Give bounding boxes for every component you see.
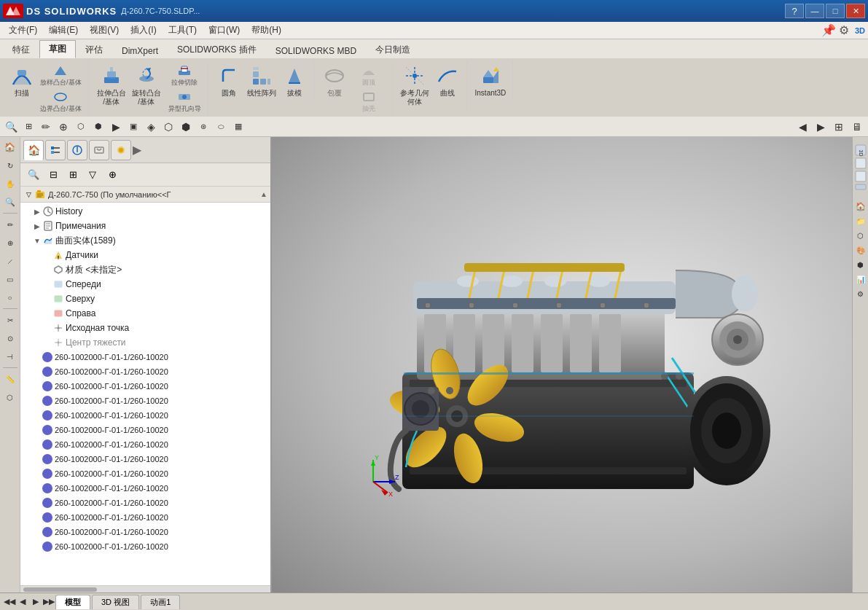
root-expander[interactable]: ▽ [23, 189, 34, 200]
panel-icon-expand[interactable]: ⊞ [64, 166, 82, 184]
surface-expander[interactable]: ▼ [32, 235, 42, 246]
lt-trim[interactable]: ✂ [1, 311, 19, 329]
ribbon-pin-icon[interactable]: 📌 [821, 23, 836, 37]
view-tool-lights[interactable]: ⊛ [195, 119, 211, 135]
menu-file[interactable]: 文件(F) [3, 23, 43, 38]
tree-item-top[interactable]: Сверху [20, 292, 270, 306]
view-tool-scene[interactable]: ⬢ [178, 119, 194, 135]
component-item-13[interactable]: 260-1002000-Г-01-1/260-10020 [20, 539, 270, 554]
tab-model[interactable]: 模型 [55, 595, 90, 609]
viewport[interactable]: Y Z X 3D 🏠 [272, 137, 868, 593]
rs-icon1[interactable]: 🏠 [854, 200, 867, 213]
component-item-12[interactable]: 260-1002000-Г-01-1/260-10020 [20, 525, 270, 539]
tree-item-front[interactable]: Спереди [20, 277, 270, 292]
lt-sketch[interactable]: ✏ [1, 216, 19, 233]
ribbon-btn-reference-geo[interactable]: 参考几何何体 [398, 63, 431, 108]
tab-3d-view[interactable]: 3D 视图 [92, 595, 139, 609]
panel-icon-filter[interactable]: ▽ [84, 166, 101, 184]
ribbon-btn-shell[interactable]: 抽壳 [351, 89, 387, 114]
rs-view-cube[interactable]: 3D [853, 140, 869, 198]
panel-tab-props[interactable] [67, 140, 87, 160]
ribbon-btn-loft[interactable]: 放样凸台/基体 [38, 63, 84, 88]
maximize-button[interactable]: □ [826, 4, 845, 18]
ribbon-btn-curve[interactable]: 曲线 [433, 63, 462, 99]
view-tool-3d[interactable]: ⬡ [73, 119, 89, 135]
lt-measure[interactable]: 📏 [1, 370, 19, 388]
tab-evaluate[interactable]: 评估 [76, 41, 112, 58]
rs-icon6[interactable]: 📊 [854, 273, 867, 286]
ribbon-btn-hole[interactable]: 异型孔向导 [166, 89, 203, 114]
view-tool-section[interactable]: ⊕ [55, 119, 71, 135]
tab-nav-back[interactable]: ◀ [16, 595, 29, 609]
tab-animation[interactable]: 动画1 [141, 595, 180, 609]
ribbon-btn-extrude-cut[interactable]: 拉伸切除 [166, 63, 203, 88]
tab-nav-next[interactable]: ▶▶ [42, 595, 55, 609]
menu-window[interactable]: 窗口(W) [203, 23, 246, 38]
lt-mirror[interactable]: ⊣ [1, 348, 19, 365]
component-item-10[interactable]: 260-1002000-Г-01-1/260-10020 [20, 496, 270, 510]
menu-insert[interactable]: 插入(I) [125, 23, 162, 38]
history-expander[interactable]: ▶ [32, 206, 42, 216]
lt-select[interactable]: 🏠 [1, 138, 19, 156]
tree-item-origin[interactable]: Исходная точка [20, 321, 270, 335]
tab-dimxpert[interactable]: DimXpert [112, 43, 168, 58]
help-icon[interactable]: ? [785, 4, 804, 18]
ribbon-btn-instant3d[interactable]: Instant3D [473, 63, 509, 99]
fullscreen-toggle[interactable]: ⊞ [831, 119, 847, 135]
ribbon-btn-extrude[interactable]: 拉伸凸台/基体 [95, 63, 128, 108]
panel-tab-home[interactable]: 🏠 [23, 140, 44, 160]
monitor-icon[interactable]: 🖥 [849, 119, 865, 135]
tree-item-material[interactable]: 材质 <未指定> [20, 262, 270, 277]
ribbon-btn-dome[interactable]: 圆顶 [351, 63, 387, 88]
menu-tools[interactable]: 工具(T) [163, 23, 203, 38]
component-item-11[interactable]: 260-1002000-Г-01-1/260-10020 [20, 510, 270, 525]
view-tool-zoom-in[interactable]: ✏ [38, 119, 54, 135]
tab-manufacture[interactable]: 今日制造 [366, 41, 420, 58]
ribbon-btn-wrap[interactable]: 包覆 [320, 63, 349, 99]
minimize-button[interactable]: — [805, 4, 824, 18]
ribbon-btn-draft[interactable]: 拔模 [280, 63, 309, 99]
menu-view[interactable]: 视图(V) [84, 23, 125, 38]
tree-item-notes[interactable]: ▶ Примечания [20, 219, 270, 233]
lt-line[interactable]: ⟋ [1, 252, 19, 270]
component-item-8[interactable]: 260-1002000-Г-01-1/260-10020 [20, 466, 270, 481]
lt-rotate[interactable]: ↻ [1, 157, 19, 174]
view-tool-orient[interactable]: ▶ [108, 119, 124, 135]
rs-icon3[interactable]: ⬡ [854, 229, 867, 242]
lt-pan[interactable]: ✋ [1, 175, 19, 192]
component-item-9[interactable]: 260-1002000-Г-01-1/260-10020 [20, 481, 270, 496]
lt-rect[interactable]: ▭ [1, 270, 19, 288]
ribbon-btn-mirror[interactable]: 镜向 [351, 115, 387, 117]
panel-tab-appear[interactable] [111, 140, 131, 160]
ribbon-btn-scan[interactable]: 扫描 [7, 63, 36, 99]
view-tool-camera[interactable]: ⬭ [213, 119, 229, 135]
view-tool-walk[interactable]: ▦ [230, 119, 246, 135]
panel-tab-feature-tree[interactable] [45, 140, 66, 160]
rs-icon7[interactable]: ⚙ [854, 287, 867, 300]
tree-item-history[interactable]: ▶ History [20, 204, 270, 219]
view-tool-hide[interactable]: ◈ [143, 119, 159, 135]
options-icon[interactable]: ⚙ [839, 23, 849, 37]
component-item-3[interactable]: 260-1002000-Г-01-1/260-10020 [20, 394, 270, 408]
panel-toggle-left[interactable]: ◀ [794, 119, 810, 135]
rs-icon5[interactable]: ⬢ [854, 258, 867, 271]
menu-edit[interactable]: 编辑(E) [43, 23, 84, 38]
tab-nav-forward[interactable]: ▶ [29, 595, 42, 609]
panel-icon-search[interactable]: 🔍 [25, 166, 42, 184]
lt-zoom[interactable]: 🔍 [1, 193, 19, 211]
tab-nav-prev[interactable]: ◀◀ [3, 595, 16, 609]
lt-smart-dim[interactable]: ⊕ [1, 234, 19, 251]
rs-icon2[interactable]: 📁 [854, 214, 867, 227]
ribbon-btn-fillet[interactable]: 圆角 [214, 63, 243, 99]
ribbon-btn-revolve[interactable]: 旋转凸台/基体 [130, 63, 163, 108]
panel-icon-view[interactable]: ⊕ [103, 166, 121, 184]
component-item-1[interactable]: 260-1002000-Г-01-1/260-10020 [20, 364, 270, 379]
tree-item-surface[interactable]: ▼ 曲面实体(1589) [20, 233, 270, 248]
lt-section-view[interactable]: ⬡ [1, 388, 19, 406]
lt-circle[interactable]: ○ [1, 289, 19, 306]
tree-item-right[interactable]: Справа [20, 306, 270, 321]
rs-icon4[interactable]: 🎨 [854, 243, 867, 257]
panel-tab-more[interactable]: ▶ [133, 143, 141, 157]
tab-sw-plugins[interactable]: SOLIDWORKS 插件 [168, 41, 266, 58]
ribbon-btn-boundary[interactable]: 边界凸台/基体 [38, 89, 84, 114]
